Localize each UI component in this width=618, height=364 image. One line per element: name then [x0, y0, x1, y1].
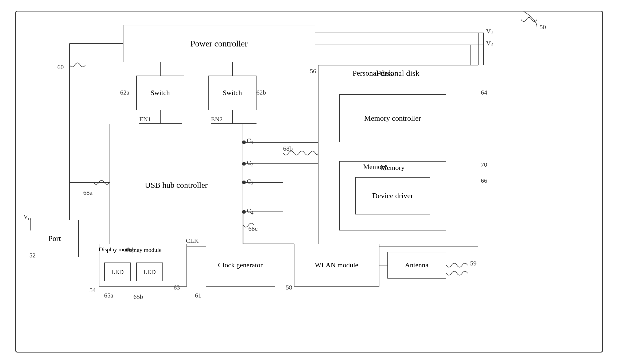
- led2-box: LED: [136, 263, 163, 281]
- display-module-text: Display module: [99, 246, 136, 253]
- antenna-label: Antenna: [405, 261, 428, 269]
- c4-label: C4: [247, 207, 254, 216]
- device-driver-label: Device driver: [372, 191, 413, 200]
- dot-c1: [242, 140, 246, 144]
- c2-label: C2: [247, 159, 254, 168]
- ref-66: 66: [481, 177, 487, 184]
- v2-label: V₂: [486, 40, 493, 47]
- switch-62b-label: Switch: [223, 89, 242, 97]
- vcc-label: Vcc: [24, 213, 32, 222]
- ref-60: 60: [57, 64, 64, 71]
- ref-65a: 65a: [104, 292, 114, 299]
- ref-56: 56: [310, 68, 316, 75]
- dot-c2: [242, 162, 246, 166]
- ref-68c: 68c: [248, 225, 258, 232]
- svg-overlay: [16, 11, 602, 352]
- ref-58: 58: [286, 284, 292, 291]
- led1-label: LED: [111, 268, 124, 276]
- ref-68b: 68b: [283, 145, 293, 152]
- ref-62b: 62b: [256, 89, 266, 96]
- c3-label: C3: [247, 178, 254, 186]
- switch-62a-label: Switch: [150, 89, 170, 97]
- en2-label: EN2: [211, 116, 223, 123]
- ref-59: 59: [470, 260, 477, 267]
- en1-label: EN1: [139, 116, 151, 123]
- port-box: Port: [31, 220, 79, 257]
- ref-70: 70: [481, 161, 487, 168]
- memory-text: Memory: [363, 163, 387, 171]
- memory-controller-label: Memory controller: [364, 114, 421, 123]
- switch-62a-box: Switch: [136, 76, 184, 110]
- memory-controller-box: Memory controller: [339, 94, 446, 142]
- power-controller-box: Power controller: [123, 25, 315, 62]
- c1-label: C1: [247, 137, 254, 146]
- personal-disk-text: Personal disk: [353, 69, 393, 77]
- dot-c3: [242, 181, 246, 184]
- ref-63: 63: [174, 284, 180, 291]
- power-controller-label: Power controller: [190, 39, 247, 49]
- ref-62a: 62a: [120, 89, 130, 96]
- ref-65b: 65b: [134, 293, 143, 300]
- ref-68a: 68a: [83, 189, 93, 196]
- wlan-module-box: WLAN module: [294, 244, 379, 287]
- clock-generator-label: Clock generator: [218, 261, 263, 269]
- device-driver-box: Device driver: [355, 177, 430, 214]
- led2-label: LED: [143, 268, 156, 276]
- usb-hub-box: USB hub controller: [110, 124, 243, 246]
- clk-label: CLK: [186, 237, 199, 244]
- port-label: Port: [48, 234, 61, 243]
- wlan-module-label: WLAN module: [315, 261, 358, 269]
- led1-box: LED: [104, 263, 131, 281]
- ref-52: 52: [29, 252, 36, 259]
- v1-label: V₁: [486, 28, 493, 35]
- usb-hub-label: USB hub controller: [145, 181, 208, 190]
- ref-54: 54: [90, 287, 96, 294]
- clock-generator-box: Clock generator: [206, 244, 275, 287]
- switch-62b-box: Switch: [208, 76, 256, 110]
- diagram-container: Power controller Switch Switch USB hub c…: [15, 11, 603, 353]
- personal-disk-label: Personal disk: [318, 69, 478, 78]
- dot-c4: [242, 210, 246, 214]
- memory-outer-label: Memory: [340, 164, 446, 172]
- antenna-box: Antenna: [387, 252, 446, 279]
- ref-61: 61: [195, 292, 201, 299]
- ref-50: 50: [540, 24, 546, 31]
- ref-64: 64: [481, 89, 487, 96]
